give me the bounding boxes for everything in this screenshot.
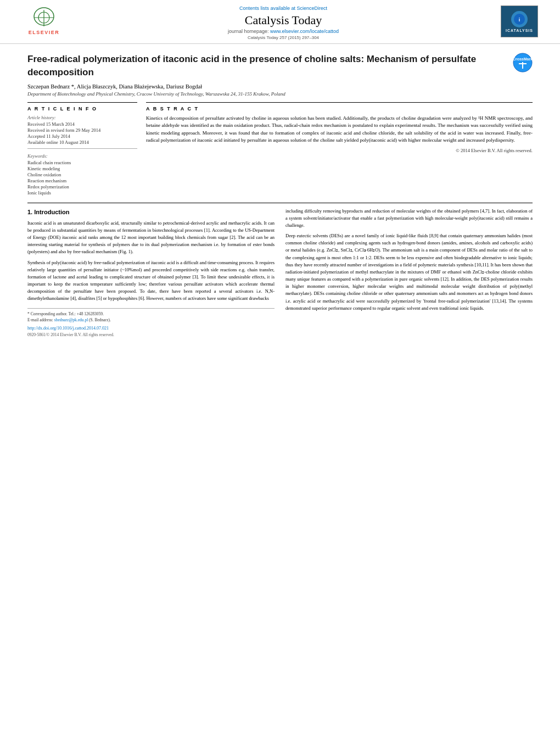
- keywords-label: Keywords:: [27, 153, 137, 159]
- title-section: Free-radical polymerization of itaconic …: [27, 53, 533, 79]
- sciencedirect-text: Contents lists available at ScienceDirec…: [77, 5, 490, 11]
- footnote-corresponding: * Corresponding author. Tel.: +48 126283…: [27, 311, 275, 317]
- authors: Szczepan Bednarz *, Alicja Błaszczyk, Di…: [27, 83, 533, 90]
- article-info: A R T I C L E I N F O Article history: R…: [27, 102, 137, 196]
- copyright: © 2014 Elsevier B.V. All rights reserved…: [146, 148, 533, 153]
- body-para-4: Deep eutectic solvents (DESs) are a nove…: [285, 232, 533, 312]
- received-revised: Received in revised form 29 May 2014: [27, 127, 137, 133]
- body-para-1: Itaconic acid is an unsaturated dicarbox…: [27, 220, 275, 256]
- section-1-title: 1. Introduction: [27, 208, 275, 217]
- page: ELSEVIER Contents lists available at Sci…: [0, 0, 560, 742]
- abstract-text: Kinetics of decomposition of persulfate …: [146, 115, 533, 144]
- keyword-4: Reaction mechanism: [27, 178, 137, 183]
- keyword-3: Choline oxidation: [27, 172, 137, 177]
- catalysis-logo-icon: i: [511, 11, 528, 27]
- svg-text:i: i: [519, 17, 520, 23]
- keyword-6: Ionic liquids: [27, 190, 137, 196]
- email-note: (S. Bednarz).: [89, 317, 111, 322]
- article-content: Free-radical polymerization of itaconic …: [0, 44, 560, 344]
- keyword-5: Redox polymerization: [27, 184, 137, 189]
- body-col-right: including difficulty removing byproducts…: [285, 208, 533, 338]
- keywords-section: Keywords: Radical chain reactions Kineti…: [27, 153, 137, 196]
- svg-text:CrossMark: CrossMark: [513, 57, 533, 61]
- available-online: Available online 10 August 2014: [27, 140, 137, 145]
- abstract-section: A B S T R A C T Kinetics of decompositio…: [146, 102, 533, 196]
- homepage-url[interactable]: www.elsevier.com/locate/cattod: [270, 29, 339, 34]
- footnote-email-line: E-mail address: sbednarz@pk.edu.pl (S. B…: [27, 317, 275, 323]
- abstract-title: A B S T R A C T: [146, 106, 533, 111]
- section-1-number: 1.: [27, 209, 32, 215]
- affiliation: Department of Biotechnology and Physical…: [27, 91, 533, 97]
- article-title: Free-radical polymerization of itaconic …: [27, 53, 513, 79]
- elsevier-logo: ELSEVIER: [22, 5, 66, 37]
- issn-line: 0920-5861/© 2014 Elsevier B.V. All right…: [27, 332, 275, 338]
- body-two-col: 1. Introduction Itaconic acid is an unsa…: [27, 208, 533, 338]
- article-meta-row: A R T I C L E I N F O Article history: R…: [27, 102, 533, 196]
- journal-center: Contents lists available at ScienceDirec…: [66, 5, 501, 40]
- journal-header: ELSEVIER Contents lists available at Sci…: [0, 0, 560, 44]
- article-info-title: A R T I C L E I N F O: [27, 106, 137, 111]
- accepted: Accepted 11 July 2014: [27, 133, 137, 139]
- issue-info: Catalysis Today 257 (2015) 297–304: [77, 35, 490, 40]
- body-col-left: 1. Introduction Itaconic acid is an unsa…: [27, 208, 275, 338]
- received-1: Received 15 March 2014: [27, 121, 137, 127]
- email-label: E-mail address:: [27, 317, 53, 322]
- keyword-1: Radical chain reactions: [27, 160, 137, 165]
- catalysis-logo-text: ICATALYSIS: [506, 29, 533, 32]
- body-para-2: Synthesis of poly(itaconic acid) by free…: [27, 259, 275, 303]
- divider-info: [27, 148, 137, 149]
- footnote-section: * Corresponding author. Tel.: +48 126283…: [27, 308, 275, 323]
- keyword-2: Kinetic modeling: [27, 166, 137, 171]
- homepage-label: journal homepage:: [228, 29, 270, 34]
- crossmark-logo: CrossMark: [513, 53, 533, 72]
- journal-title: Catalysis Today: [77, 13, 490, 27]
- body-para-3: including difficulty removing byproducts…: [285, 208, 533, 230]
- svg-text:ELSEVIER: ELSEVIER: [29, 30, 60, 35]
- history-label: Article history:: [27, 115, 137, 120]
- body-section: 1. Introduction Itaconic acid is an unsa…: [27, 203, 533, 338]
- email-value[interactable]: sbednarz@pk.edu.pl: [54, 317, 88, 322]
- journal-homepage: journal homepage: www.elsevier.com/locat…: [77, 29, 490, 34]
- section-1-name: Introduction: [34, 209, 69, 215]
- catalysis-logo: i ICATALYSIS: [501, 5, 538, 37]
- doi-link[interactable]: http://dx.doi.org/10.1016/j.cattod.2014.…: [27, 325, 275, 332]
